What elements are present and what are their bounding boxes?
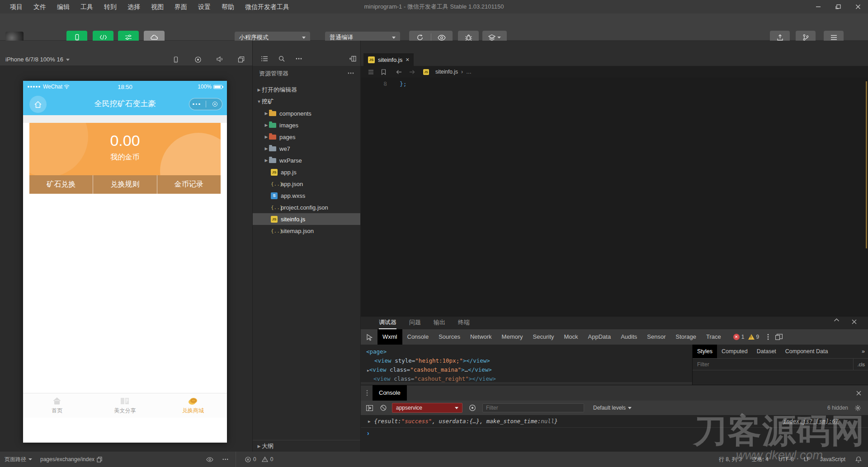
eye-icon[interactable] <box>469 404 476 411</box>
cls-toggle-button[interactable]: .cls <box>853 359 868 370</box>
menu-select[interactable]: 选择 <box>123 0 145 14</box>
home-button[interactable] <box>29 96 47 113</box>
clear-console-icon[interactable] <box>380 405 387 411</box>
error-badge-icon[interactable]: ✕ <box>733 334 740 340</box>
maximize-button[interactable] <box>828 0 848 14</box>
tab-debugger[interactable]: 调试器 <box>379 317 396 329</box>
minimize-button[interactable] <box>808 0 828 14</box>
tab-articles[interactable]: 美文分享 <box>91 393 159 418</box>
styles-tab-dataset[interactable]: Dataset <box>752 345 781 358</box>
tree-file-projectconfig[interactable]: {..} project.config.json <box>253 201 361 213</box>
search-icon[interactable] <box>278 56 285 62</box>
tree-file-sitemap[interactable]: {..} sitemap.json <box>253 225 361 237</box>
wxml-line-3[interactable]: ▶<view class="cashout_maina">…</view> <box>367 366 492 373</box>
tree-folder-components[interactable]: ▶ components <box>253 107 361 119</box>
eye-icon[interactable] <box>206 457 213 462</box>
breadcrumb-more[interactable]: … <box>466 69 472 75</box>
code-editor[interactable]: 8 }; <box>361 78 868 316</box>
language-mode[interactable]: JavaScript <box>820 456 845 462</box>
kebab-menu-icon[interactable] <box>767 334 769 340</box>
tab-problems[interactable]: 问题 <box>409 317 421 329</box>
more-icon[interactable] <box>296 58 302 60</box>
menu-help[interactable]: 帮助 <box>217 0 239 14</box>
menu-edit[interactable]: 编辑 <box>52 0 74 14</box>
exit-button[interactable] <box>208 102 222 107</box>
close-tab-icon[interactable]: × <box>406 56 409 63</box>
tree-folder-wxparse[interactable]: ▶ wxParse <box>253 154 361 166</box>
indent-setting[interactable]: 空格: 4 <box>752 456 769 463</box>
devtools-tab-sources[interactable]: Sources <box>434 329 465 345</box>
tab-shop[interactable]: 兑换商城 <box>159 393 227 418</box>
bookmark-icon[interactable] <box>381 69 386 75</box>
devtools-tab-network[interactable]: Network <box>465 329 497 345</box>
tree-file-appjson[interactable]: {..} app.json <box>253 178 361 190</box>
tree-project-root[interactable]: ▼ 挖矿 <box>253 96 361 107</box>
console-prompt[interactable]: › <box>367 430 369 437</box>
menu-file[interactable]: 文件 <box>29 0 51 14</box>
breadcrumb-file[interactable]: siteinfo.js <box>435 69 458 75</box>
collapse-panel-icon[interactable] <box>834 318 840 322</box>
record-icon[interactable] <box>194 56 202 63</box>
menu-project[interactable]: 项目 <box>5 0 27 14</box>
tree-file-appjs[interactable]: JS app.js <box>253 166 361 178</box>
device-selector[interactable]: iPhone 6/7/8 100% 16 <box>5 53 70 66</box>
tab-output[interactable]: 输出 <box>434 317 445 329</box>
tree-folder-we7[interactable]: ▶ we7 <box>253 143 361 154</box>
devtools-tab-audits[interactable]: Audits <box>616 329 642 345</box>
list-icon[interactable] <box>261 56 268 61</box>
compile-button[interactable] <box>410 34 431 41</box>
gear-icon[interactable] <box>854 405 861 411</box>
eol-setting[interactable]: LF <box>804 456 810 462</box>
status-errors[interactable]: 0 <box>245 456 256 462</box>
tree-file-siteinfo[interactable]: JS siteinfo.js <box>253 213 361 225</box>
status-warnings[interactable]: 0 <box>262 456 274 462</box>
devtools-tab-trace[interactable]: Trace <box>701 329 726 345</box>
coin-history-button[interactable]: 金币记录 <box>157 175 221 194</box>
styles-tab-styles[interactable]: Styles <box>693 345 717 358</box>
tree-folder-images[interactable]: ▶ images <box>253 119 361 131</box>
tree-folder-pages[interactable]: ▶ pages <box>253 131 361 143</box>
outline-section[interactable]: ▶ 大纲 <box>253 440 361 452</box>
devtools-tab-mock[interactable]: Mock <box>559 329 583 345</box>
console-log-row[interactable]: ▶ {result: "success", userdata: {…}, mak… <box>361 415 868 428</box>
close-button[interactable] <box>848 0 868 14</box>
tree-open-editors[interactable]: ▶ 打开的编辑器 <box>253 84 361 96</box>
page-path-value[interactable]: pages/exchange/index <box>40 456 102 462</box>
tab-terminal[interactable]: 终端 <box>458 317 470 329</box>
devtools-tab-console[interactable]: Console <box>402 329 434 345</box>
close-console-icon[interactable] <box>856 391 861 396</box>
more-tabs-icon[interactable]: » <box>858 345 868 358</box>
expand-icon[interactable]: ▶ <box>368 419 370 424</box>
devtools-tab-memory[interactable]: Memory <box>497 329 528 345</box>
styles-tab-componentdata[interactable]: Component Data <box>781 345 833 358</box>
devtools-tab-storage[interactable]: Storage <box>671 329 702 345</box>
page-path-selector[interactable]: 页面路径 <box>5 456 32 463</box>
context-select[interactable]: appservice <box>392 403 462 413</box>
close-panel-icon[interactable] <box>852 319 857 324</box>
menu-settings[interactable]: 设置 <box>193 0 215 14</box>
menu-goto[interactable]: 转到 <box>99 0 121 14</box>
split-editor-icon[interactable] <box>349 56 356 62</box>
menu-devtools[interactable]: 微信开发者工具 <box>241 0 294 14</box>
rotate-device-icon[interactable] <box>173 56 179 63</box>
preview-button[interactable] <box>431 35 453 41</box>
menu-tools[interactable]: 工具 <box>76 0 98 14</box>
dock-icon[interactable] <box>775 334 783 340</box>
menu-view[interactable]: 视图 <box>146 0 168 14</box>
explorer-more-icon[interactable] <box>348 72 354 74</box>
devtools-tab-appdata[interactable]: AppData <box>583 329 616 345</box>
menu-interface[interactable]: 界面 <box>170 0 192 14</box>
encoding[interactable]: UTF-8 <box>778 456 794 462</box>
multi-window-icon[interactable] <box>238 56 245 63</box>
sound-icon[interactable] <box>216 56 223 62</box>
tree-file-appwxss[interactable]: S app.wxss <box>253 190 361 201</box>
tab-home[interactable]: 首页 <box>23 393 91 418</box>
styles-filter-input[interactable] <box>693 361 853 368</box>
devtools-tab-security[interactable]: Security <box>528 329 559 345</box>
drag-handle-icon[interactable] <box>366 390 368 396</box>
devtools-tab-sensor[interactable]: Sensor <box>642 329 670 345</box>
bell-icon[interactable] <box>855 456 862 463</box>
outline-list-icon[interactable] <box>368 70 374 75</box>
copy-icon[interactable] <box>97 457 102 462</box>
editor-tab-siteinfo[interactable]: JS siteinfo.js × <box>363 53 414 66</box>
